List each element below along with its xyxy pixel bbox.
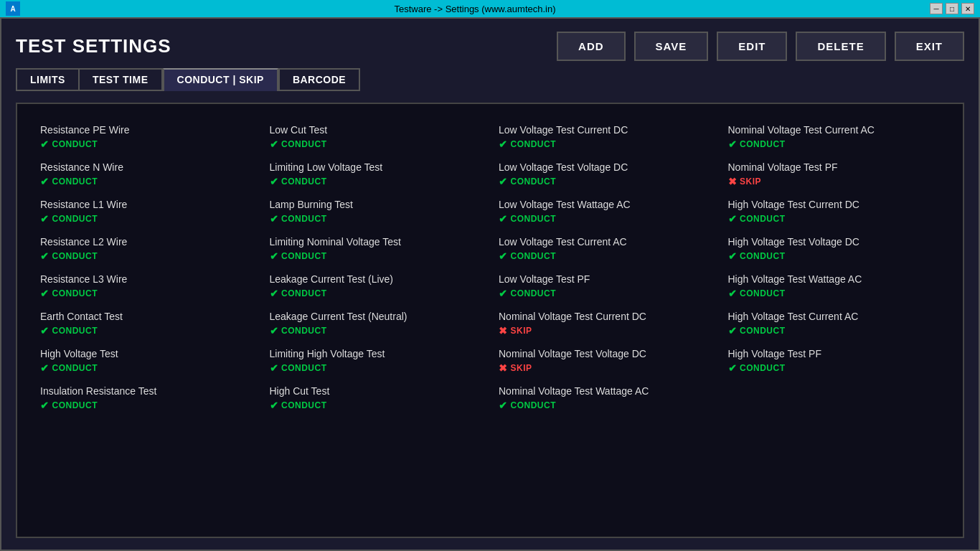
list-item[interactable]: Leakage Current Test (Neutral)✔CONDUCT (261, 305, 491, 342)
cross-icon: ✖ (499, 362, 508, 374)
list-item[interactable]: High Voltage Test PF✔CONDUCT (720, 342, 949, 380)
list-item[interactable]: Resistance L1 Wire✔CONDUCT (32, 193, 261, 230)
list-item[interactable]: Low Voltage Test Wattage AC✔CONDUCT (490, 193, 720, 230)
checkmark-icon: ✔ (499, 288, 508, 299)
tab-bar: LIMITS TEST TIME CONDUCT | SKIP BARCODE (1, 68, 979, 91)
tab-conduct-skip[interactable]: CONDUCT | SKIP (163, 68, 278, 91)
checkmark-icon: ✔ (499, 400, 508, 411)
list-item[interactable]: Resistance PE Wire✔CONDUCT (32, 118, 261, 156)
test-item-name: Earth Contact Test (40, 311, 253, 322)
test-item-name: Low Voltage Test Wattage AC (499, 199, 711, 210)
list-item[interactable]: Insulation Resistance Test✔CONDUCT (32, 380, 261, 417)
list-item[interactable]: Nominal Voltage Test PF✖SKIP (720, 156, 949, 193)
list-item[interactable]: High Voltage Test Wattage AC✔CONDUCT (720, 268, 949, 305)
list-item[interactable]: High Voltage Test✔CONDUCT (32, 342, 261, 380)
list-item[interactable]: Low Voltage Test Current DC✔CONDUCT (490, 118, 720, 156)
test-item-name: Lamp Burning Test (270, 199, 482, 210)
list-item[interactable]: Resistance N Wire✔CONDUCT (32, 156, 261, 193)
list-item[interactable]: Limiting Nominal Voltage Test✔CONDUCT (261, 230, 491, 268)
list-item[interactable]: High Voltage Test Current AC✔CONDUCT (720, 305, 949, 342)
test-grid: Resistance PE Wire✔CONDUCTLow Cut Test✔C… (32, 118, 948, 417)
status-label: SKIP (511, 326, 532, 336)
test-item-status: ✔CONDUCT (499, 400, 711, 411)
status-label: CONDUCT (511, 214, 557, 224)
test-item-status: ✔CONDUCT (270, 288, 482, 299)
list-item[interactable]: High Cut Test✔CONDUCT (261, 380, 491, 417)
test-item-status: ✔CONDUCT (270, 138, 482, 150)
status-label: CONDUCT (281, 400, 327, 410)
list-item[interactable] (720, 380, 949, 417)
test-item-name: Nominal Voltage Test PF (728, 161, 941, 173)
test-item-name: Resistance PE Wire (40, 124, 253, 136)
checkmark-icon: ✔ (499, 176, 508, 187)
delete-button[interactable]: DELETE (796, 32, 885, 61)
list-item[interactable]: Earth Contact Test✔CONDUCT (32, 305, 261, 342)
status-label: CONDUCT (740, 214, 786, 224)
tab-barcode[interactable]: BARCODE (278, 68, 360, 91)
list-item[interactable]: Resistance L3 Wire✔CONDUCT (32, 268, 261, 305)
test-item-name: Leakage Current Test (Live) (270, 273, 482, 285)
edit-button[interactable]: EDIT (717, 32, 787, 61)
cross-icon: ✖ (499, 325, 508, 336)
checkmark-icon: ✔ (270, 325, 279, 336)
list-item[interactable]: Low Voltage Test PF✔CONDUCT (490, 268, 720, 305)
checkmark-icon: ✔ (270, 400, 279, 411)
test-grid-container: Resistance PE Wire✔CONDUCTLow Cut Test✔C… (16, 103, 964, 538)
maximize-button[interactable]: □ (946, 3, 958, 14)
list-item[interactable]: Resistance L2 Wire✔CONDUCT (32, 230, 261, 268)
list-item[interactable]: Low Voltage Test Current AC✔CONDUCT (490, 230, 720, 268)
list-item[interactable]: Leakage Current Test (Live)✔CONDUCT (261, 268, 491, 305)
checkmark-icon: ✔ (40, 362, 50, 374)
list-item[interactable]: High Voltage Test Voltage DC✔CONDUCT (720, 230, 949, 268)
test-item-status: ✔CONDUCT (40, 288, 253, 299)
test-item-status: ✔CONDUCT (728, 250, 941, 262)
list-item[interactable]: Lamp Burning Test✔CONDUCT (261, 193, 491, 230)
save-button[interactable]: SAVE (634, 32, 709, 61)
test-item-name: Nominal Voltage Test Voltage DC (499, 348, 711, 359)
test-item-name: Nominal Voltage Test Wattage AC (499, 385, 711, 397)
list-item[interactable]: Nominal Voltage Test Wattage AC✔CONDUCT (490, 380, 720, 417)
test-item-status: ✖SKIP (728, 176, 941, 187)
checkmark-icon: ✔ (728, 213, 738, 225)
test-item-status: ✔CONDUCT (728, 362, 941, 374)
status-label: CONDUCT (740, 288, 786, 298)
status-label: CONDUCT (281, 363, 327, 373)
checkmark-icon: ✔ (728, 138, 738, 150)
list-item[interactable]: Limiting Low Voltage Test✔CONDUCT (261, 156, 491, 193)
close-button[interactable]: ✕ (961, 3, 974, 14)
test-item-status: ✔CONDUCT (270, 250, 482, 262)
list-item[interactable]: Low Voltage Test Voltage DC✔CONDUCT (490, 156, 720, 193)
status-label: CONDUCT (740, 363, 786, 373)
list-item[interactable]: High Voltage Test Current DC✔CONDUCT (720, 193, 949, 230)
test-item-name: Insulation Resistance Test (40, 385, 253, 397)
status-label: CONDUCT (52, 363, 98, 373)
test-item-name: High Voltage Test PF (728, 348, 941, 359)
test-item-status: ✖SKIP (499, 325, 711, 336)
status-label: CONDUCT (52, 400, 98, 410)
cross-icon: ✖ (728, 176, 738, 187)
test-item-status: ✔CONDUCT (40, 213, 253, 225)
status-label: CONDUCT (740, 139, 786, 149)
test-item-status: ✔CONDUCT (270, 325, 482, 336)
exit-button[interactable]: EXIT (895, 32, 964, 61)
test-item-status: ✔CONDUCT (728, 213, 941, 225)
test-item-status: ✔CONDUCT (728, 325, 941, 336)
test-item-status: ✔CONDUCT (270, 176, 482, 187)
status-label: CONDUCT (281, 326, 327, 336)
test-item-name: Low Voltage Test Current AC (499, 236, 711, 248)
status-label: CONDUCT (511, 288, 557, 298)
checkmark-icon: ✔ (270, 362, 279, 374)
list-item[interactable]: Low Cut Test✔CONDUCT (261, 118, 491, 156)
status-label: SKIP (511, 363, 532, 373)
test-item-status: ✔CONDUCT (728, 138, 941, 150)
tab-limits[interactable]: LIMITS (16, 68, 78, 91)
minimize-button[interactable]: ─ (930, 3, 943, 14)
checkmark-icon: ✔ (499, 138, 508, 150)
list-item[interactable]: Limiting High Voltage Test✔CONDUCT (261, 342, 491, 380)
add-button[interactable]: ADD (557, 32, 626, 61)
list-item[interactable]: Nominal Voltage Test Voltage DC✖SKIP (490, 342, 720, 380)
list-item[interactable]: Nominal Voltage Test Current AC✔CONDUCT (720, 118, 949, 156)
status-label: CONDUCT (511, 400, 557, 410)
tab-test-time[interactable]: TEST TIME (78, 68, 163, 91)
list-item[interactable]: Nominal Voltage Test Current DC✖SKIP (490, 305, 720, 342)
